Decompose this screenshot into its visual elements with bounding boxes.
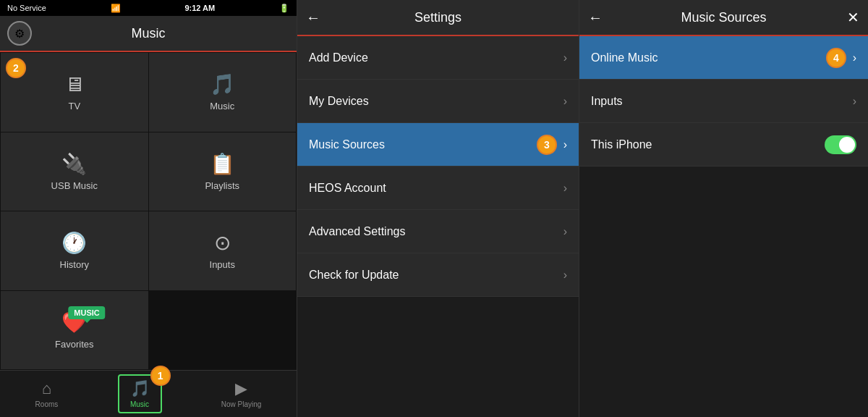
tab-music[interactable]: 🎵 Music 1 [118,374,162,413]
music-sources-label: Music Sources [309,138,385,151]
sources-list: Online Music › 4 Inputs › This iPhone [579,36,868,417]
usb-label: USB Music [51,180,98,191]
this-iphone-toggle[interactable] [825,135,856,154]
heos-account-label: HEOS Account [309,182,386,195]
grid-favorites[interactable]: ❤️ Favorites [1,291,148,370]
tv-label: TV [68,101,80,111]
step-badge-1: 1 [150,366,171,386]
history-icon: 🕐 [61,231,87,255]
add-device-label: Add Device [309,51,368,64]
wifi-icon: 📶 [111,4,121,13]
my-devices-label: My Devices [309,95,369,108]
music-header: ⚙ Music 2 [0,16,297,52]
sources-item-online-music[interactable]: Online Music › 4 [579,36,868,80]
panel-music: No Service 📶 9:12 AM 🔋 ⚙ Music 2 🖥 TV 🎵 … [0,0,297,417]
settings-item-advanced-settings[interactable]: Advanced Settings › [297,210,579,253]
music-label: Music [210,101,234,111]
sources-title: Music Sources [681,10,766,25]
step-badge-4: 4 [826,48,846,68]
step-badge-3: 3 [537,135,557,155]
panel-sources: ← Music Sources ✕ Online Music › 4 Input… [579,0,868,417]
inputs-chevron: › [853,95,856,108]
music-tooltip: MUSIC [68,306,105,319]
music-sources-chevron: › [563,138,567,151]
now-playing-label: Now Playing [221,400,262,408]
online-music-label: Online Music [591,51,658,64]
check-update-label: Check for Update [309,269,399,282]
online-music-chevron: › [853,51,856,64]
music-tab-icon: 🎵 [130,379,150,398]
inputs-icon: ⊙ [214,231,231,255]
settings-list: Add Device › My Devices › Music Sources … [297,36,579,417]
playlists-label: Playlists [205,180,239,191]
settings-item-check-update[interactable]: Check for Update › [297,253,579,297]
panel-settings: ← Settings Add Device › My Devices › Mus… [297,0,579,417]
my-devices-chevron: › [563,95,567,108]
favorites-label: Favorites [55,339,93,350]
settings-item-add-device[interactable]: Add Device › [297,36,579,80]
music-header-title: Music [131,26,165,41]
inputs-label: Inputs [210,259,235,270]
sources-item-inputs[interactable]: Inputs › [579,80,868,123]
tv-icon: 🖥 [64,72,85,96]
grid-playlists[interactable]: 📋 Playlists [149,132,297,211]
battery-icon: 🔋 [279,4,289,13]
sources-back-button[interactable]: ← [588,9,603,26]
playlists-icon: 📋 [210,152,235,176]
status-bar: No Service 📶 9:12 AM 🔋 [0,0,297,16]
grid-usb-music[interactable]: 🔌 USB Music [1,132,148,211]
settings-item-music-sources[interactable]: Music Sources › 3 [297,123,579,167]
music-icon: 🎵 [210,72,235,96]
settings-item-heos-account[interactable]: HEOS Account › [297,167,579,210]
sources-header: ← Music Sources ✕ [579,0,868,36]
settings-title: Settings [414,10,461,25]
sources-item-this-iphone[interactable]: This iPhone [579,123,868,167]
rooms-icon: ⌂ [42,379,51,398]
inputs-source-label: Inputs [591,95,623,108]
tab-rooms[interactable]: ⌂ Rooms [25,376,69,412]
now-playing-icon: ▶ [235,379,247,398]
grid-music[interactable]: 🎵 Music [149,53,297,132]
usb-icon: 🔌 [61,152,87,176]
grid-history[interactable]: 🕐 History [1,211,148,290]
this-iphone-label: This iPhone [591,138,652,151]
rooms-label: Rooms [35,400,59,408]
heos-account-chevron: › [563,182,567,195]
check-update-chevron: › [563,269,567,282]
gear-icon: ⚙ [14,27,25,41]
tab-now-playing[interactable]: ▶ Now Playing [210,376,273,412]
music-grid: 🖥 TV 🎵 Music 🔌 USB Music 📋 Playlists 🕐 H… [0,52,297,370]
settings-item-my-devices[interactable]: My Devices › [297,80,579,123]
bottom-tab-bar: ⌂ Rooms 🎵 Music 1 ▶ Now Playing [0,370,297,417]
advanced-settings-chevron: › [563,225,567,238]
grid-inputs[interactable]: ⊙ Inputs [149,211,297,290]
history-label: History [60,259,89,270]
signal-text: No Service [7,4,46,12]
settings-header: ← Settings [297,0,579,36]
music-tab-label: Music [130,400,149,408]
advanced-settings-label: Advanced Settings [309,225,405,238]
settings-gear-button[interactable]: ⚙ [7,21,32,46]
clock: 9:12 AM [184,4,215,12]
add-device-chevron: › [563,51,567,64]
settings-back-button[interactable]: ← [306,9,320,26]
sources-close-button[interactable]: ✕ [847,9,859,26]
step-badge-2: 2 [6,58,26,78]
